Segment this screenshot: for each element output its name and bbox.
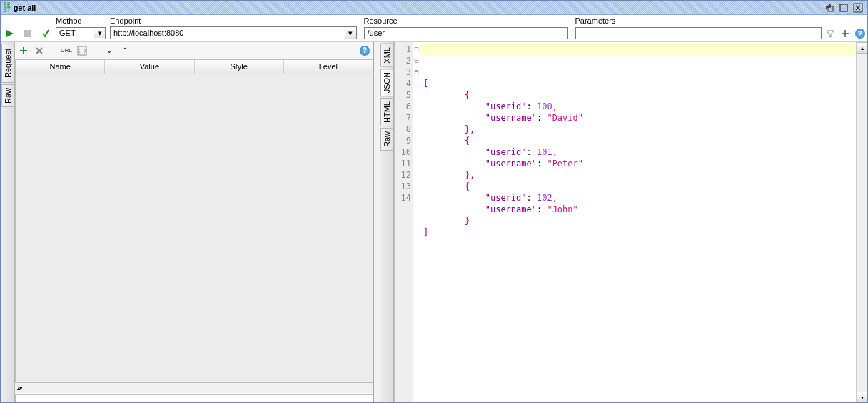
tab-raw-request[interactable]: Raw bbox=[1, 84, 14, 107]
request-info-bar bbox=[15, 394, 373, 403]
tab-json[interactable]: JSON bbox=[380, 69, 393, 96]
rest-icon: REST bbox=[4, 3, 11, 13]
parameters-input[interactable] bbox=[575, 27, 822, 39]
svg-marker-3 bbox=[6, 30, 14, 37]
url-icon[interactable]: URL bbox=[61, 45, 72, 56]
dock-out-icon[interactable] bbox=[823, 2, 836, 14]
close-icon[interactable] bbox=[852, 2, 864, 14]
response-code[interactable]: [ { "userid": 100, "username": "David" }… bbox=[420, 42, 856, 403]
svg-rect-1 bbox=[840, 4, 847, 11]
tab-xml[interactable]: XML bbox=[380, 44, 393, 67]
xml-icon[interactable] bbox=[76, 45, 88, 56]
endpoint-input[interactable] bbox=[110, 26, 345, 39]
window-titlebar: REST get all bbox=[1, 1, 867, 15]
panel-resize-handle[interactable]: ▴▾ bbox=[15, 383, 373, 393]
resource-input[interactable] bbox=[364, 27, 568, 39]
tab-html[interactable]: HTML bbox=[380, 98, 393, 126]
maximize-icon[interactable] bbox=[837, 2, 850, 14]
fold-column[interactable]: ⊟⊟⊟ bbox=[413, 42, 420, 403]
tab-request[interactable]: Request bbox=[1, 44, 14, 83]
parameters-label: Parameters bbox=[575, 16, 822, 27]
assert-icon[interactable] bbox=[40, 28, 51, 39]
col-value[interactable]: Value bbox=[105, 60, 194, 74]
tab-raw-response[interactable]: Raw bbox=[380, 128, 393, 151]
chevron-down-icon[interactable]: ▾ bbox=[94, 29, 105, 38]
resource-label: Resource bbox=[364, 16, 568, 27]
expand-icon[interactable]: ⌃ bbox=[119, 45, 131, 56]
col-level[interactable]: Level bbox=[284, 60, 373, 74]
svg-rect-5 bbox=[78, 46, 86, 55]
endpoint-dropdown-icon[interactable]: ▾ bbox=[345, 26, 357, 39]
endpoint-label: Endpoint bbox=[110, 16, 357, 26]
scroll-up-icon[interactable]: ▴ bbox=[857, 42, 867, 54]
params-table[interactable]: Name Value Style Level bbox=[15, 59, 373, 383]
filter-icon[interactable] bbox=[824, 28, 836, 39]
response-panel: 1234567891011121314 ⊟⊟⊟ [ { "userid": 10… bbox=[394, 42, 867, 403]
method-label: Method bbox=[56, 16, 107, 27]
vertical-scrollbar[interactable]: ▴ ▾ bbox=[856, 42, 867, 403]
stop-icon[interactable] bbox=[22, 28, 34, 39]
request-panel: URL ⌄ ⌃ ? Name Value Style Level ▴▾ bbox=[15, 42, 374, 403]
svg-rect-4 bbox=[24, 30, 31, 37]
col-name[interactable]: Name bbox=[16, 60, 105, 74]
request-toolbar: Method GET ▾ Endpoint ▾ Resource Paramet… bbox=[1, 15, 867, 42]
collapse-icon[interactable]: ⌄ bbox=[104, 45, 115, 56]
add-icon[interactable] bbox=[839, 28, 851, 39]
request-side-tabs: Request Raw bbox=[1, 42, 15, 403]
response-side-tabs: XML JSON HTML Raw bbox=[380, 42, 394, 403]
run-icon[interactable] bbox=[4, 28, 16, 39]
remove-param-icon[interactable] bbox=[34, 45, 45, 56]
line-gutter: 1234567891011121314 bbox=[395, 42, 413, 403]
method-select[interactable]: GET ▾ bbox=[56, 27, 106, 39]
splitter[interactable] bbox=[374, 42, 380, 403]
help-icon[interactable]: ? bbox=[854, 28, 866, 39]
panel-help-icon[interactable]: ? bbox=[359, 45, 370, 56]
add-param-icon[interactable] bbox=[18, 45, 29, 56]
col-style[interactable]: Style bbox=[195, 60, 284, 74]
scroll-down-icon[interactable]: ▾ bbox=[857, 392, 867, 403]
current-line-highlight bbox=[420, 44, 856, 55]
window-title: get all bbox=[14, 4, 36, 12]
